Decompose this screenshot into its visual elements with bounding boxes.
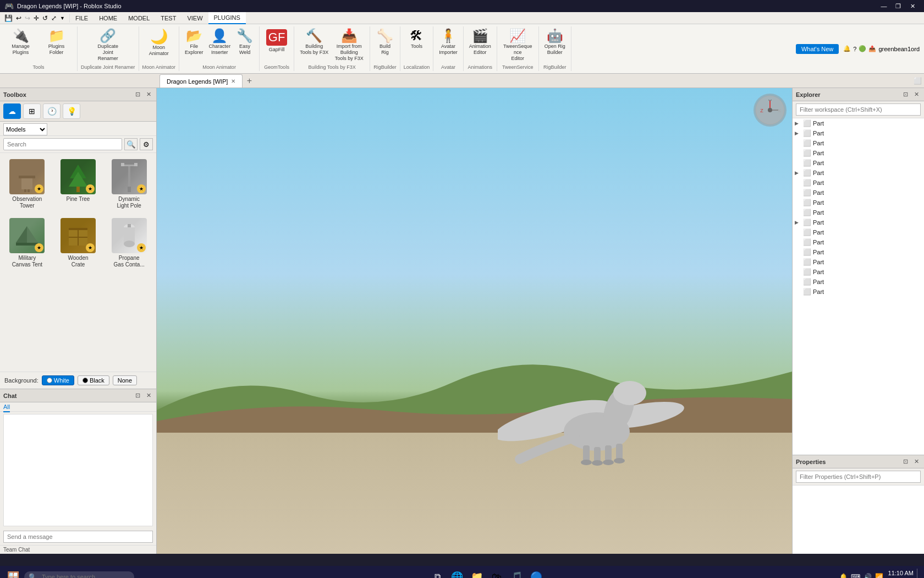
open-rig-btn[interactable]: 🤖 Open RigBuilder <box>542 28 568 57</box>
close-btn[interactable]: ✕ <box>905 0 920 12</box>
move-btn[interactable]: ✛ <box>32 14 40 23</box>
menu-plugins[interactable]: PLUGINS <box>208 12 246 24</box>
whats-new-btn[interactable]: What's New <box>796 44 839 54</box>
menu-view[interactable]: VIEW <box>182 12 208 24</box>
redo-btn[interactable]: ↪ <box>24 14 31 23</box>
avatar-importer-btn[interactable]: 🧍 AvatarImporter <box>437 28 460 57</box>
filter-btn[interactable]: ⚙ <box>140 138 153 150</box>
titlebar-controls: — ❐ ✕ <box>877 0 920 12</box>
properties-filter-input[interactable] <box>796 471 921 483</box>
tree-item-part-16[interactable]: ▶ ⬜ Part <box>793 267 924 277</box>
tab-dragon-legends[interactable]: Dragon Legends [WIP] ✕ <box>160 74 243 88</box>
toolbox-tab-recent[interactable]: 🕐 <box>43 103 61 119</box>
chat-close-btn[interactable]: ✕ <box>144 391 153 400</box>
tree-item-part-17[interactable]: ▶ ⬜ Part <box>793 277 924 287</box>
tree-item-part-8[interactable]: ▶ ⬜ Part <box>793 188 924 198</box>
minimize-btn[interactable]: — <box>877 0 891 12</box>
chat-detach-btn[interactable]: ⊡ <box>133 391 142 400</box>
toolbox-tab-grid[interactable]: ⊞ <box>23 103 41 119</box>
tree-item-part-3[interactable]: ▶ ⬜ Part <box>793 138 924 148</box>
save-quick-btn[interactable]: 💾 <box>3 14 14 23</box>
build-rig-btn[interactable]: 🦴 BuildRig <box>374 28 396 57</box>
taskbar-roblox-btn[interactable]: 🔵 <box>527 568 545 578</box>
taskbar-edge-btn[interactable]: 🌐 <box>448 568 466 578</box>
search-btn[interactable]: 🔍 <box>124 138 138 150</box>
explorer-filter-input[interactable] <box>796 103 921 116</box>
tree-item-part-2[interactable]: ▶ ⬜ Part <box>793 128 924 138</box>
menu-model[interactable]: MODEL <box>123 12 155 24</box>
model-item-crate[interactable]: ★ WoodenCrate <box>54 215 102 271</box>
explorer-detach-btn[interactable]: ⊡ <box>901 90 910 99</box>
toolbox-close-btn[interactable]: ✕ <box>144 90 153 99</box>
build-rig-icon: 🦴 <box>377 29 393 42</box>
model-item-obs-tower[interactable]: ★ ObservationTower <box>3 156 51 212</box>
file-explorer-btn[interactable]: 📂 FileExplorer <box>183 28 206 57</box>
tree-item-part-14[interactable]: ▶ ⬜ Part <box>793 247 924 257</box>
plugins-folder-btn[interactable]: 📁 Plugins Folder <box>39 28 74 57</box>
tween-editor-btn[interactable]: 📈 TweenSequenceEditor <box>501 28 535 63</box>
tree-item-part-9[interactable]: ▶ ⬜ Part <box>793 198 924 208</box>
bg-black-btn[interactable]: Black <box>78 375 109 385</box>
tree-item-part-11[interactable]: ▶ ⬜ Part <box>793 217 924 227</box>
scale-btn[interactable]: ⤢ <box>50 14 58 23</box>
tree-item-part-10[interactable]: ▶ ⬜ Part <box>793 208 924 217</box>
model-type-select[interactable]: Models Meshes Images Audio Plugins Anima… <box>3 123 47 135</box>
taskbar-show-desktop[interactable] <box>917 569 920 578</box>
search-input[interactable] <box>3 138 122 150</box>
bg-white-btn[interactable]: White <box>42 375 74 385</box>
maximize-btn[interactable]: ❐ <box>891 0 905 12</box>
char-inserter-btn[interactable]: 👤 CharacterInserter <box>207 28 233 57</box>
gapfill-btn[interactable]: GF GapFill <box>263 28 290 54</box>
toolbox-tab-favorites[interactable]: 💡 <box>63 103 80 119</box>
new-tab-btn[interactable]: + <box>243 74 256 88</box>
taskbar-clock[interactable]: 11:10 AM 6/26/2020 <box>887 569 914 578</box>
menu-home[interactable]: HOME <box>94 12 123 24</box>
manage-plugins-label: Manage Plugins <box>6 43 36 56</box>
viewport[interactable]: Y Z X <box>157 88 792 554</box>
tree-item-part-5[interactable]: ▶ ⬜ Part <box>793 158 924 168</box>
anim-editor-btn[interactable]: 🎬 AnimationEditor <box>467 28 493 57</box>
taskbar-spotify-btn[interactable]: 🎵 <box>508 568 525 578</box>
bg-none-btn[interactable]: None <box>113 375 137 385</box>
import-build-btn[interactable]: 📥 Import from BuildingTools by F3X <box>332 28 366 63</box>
tree-item-part-4[interactable]: ▶ ⬜ Part <box>793 148 924 158</box>
properties-detach-btn[interactable]: ⊡ <box>901 457 910 466</box>
model-item-tent[interactable]: ★ MilitaryCanvas Tent <box>3 215 51 271</box>
easy-weld-btn[interactable]: 🔧 EasyWeld <box>234 28 256 57</box>
loc-tools-btn[interactable]: 🛠 Tools <box>405 28 427 51</box>
toolbox-tab-marketplace[interactable]: ☁ <box>3 103 21 119</box>
start-btn[interactable]: 🪟 <box>4 568 22 578</box>
taskbar-search-input[interactable] <box>24 571 134 578</box>
taskbar-view-btn[interactable]: ⧉ <box>428 568 446 578</box>
viewport-maximize-btn[interactable]: ⬜ <box>911 74 924 88</box>
explorer-close-btn[interactable]: ✕ <box>912 90 921 99</box>
menu-file[interactable]: FILE <box>70 12 94 24</box>
menu-test[interactable]: TEST <box>155 12 182 24</box>
dup-joint-btn[interactable]: 🔗 DuplicateJoint Renamer <box>91 28 125 63</box>
toolbox-detach-btn[interactable]: ⊡ <box>133 90 142 99</box>
taskbar-store-btn[interactable]: 🛍 <box>488 568 505 578</box>
manage-plugins-btn[interactable]: 🔌 Manage Plugins <box>3 28 38 57</box>
moon-animator-btn[interactable]: 🌙 MoonAnimator <box>147 28 171 58</box>
tree-item-part-13[interactable]: ▶ ⬜ Part <box>793 237 924 247</box>
tree-item-part-15[interactable]: ▶ ⬜ Part <box>793 257 924 267</box>
qa-dropdown-btn[interactable]: ▼ <box>59 15 66 21</box>
model-item-pine-tree[interactable]: ★ Pine Tree <box>54 156 102 212</box>
light-pole-label: DynamicLight Pole <box>117 196 141 209</box>
tree-item-part-7[interactable]: ▶ ⬜ Part <box>793 178 924 188</box>
tree-item-part-12[interactable]: ▶ ⬜ Part <box>793 227 924 237</box>
tree-item-part-18[interactable]: ▶ ⬜ Part <box>793 287 924 297</box>
taskbar-explorer-btn[interactable]: 📁 <box>468 568 486 578</box>
tree-item-part-1[interactable]: ▶ ⬜ Part <box>793 118 924 128</box>
chat-input[interactable] <box>3 531 153 543</box>
rotate-btn[interactable]: ↺ <box>41 14 49 23</box>
build-tools-btn[interactable]: 🔨 BuildingTools by F3X <box>298 28 331 57</box>
tree-item-part-6[interactable]: ▶ ⬜ Part <box>793 168 924 178</box>
chat-tab-all[interactable]: All <box>3 403 10 412</box>
undo-btn[interactable]: ↩ <box>15 14 23 23</box>
properties-close-btn[interactable]: ✕ <box>912 457 921 466</box>
model-item-propane[interactable]: ★ PropaneGas Conta... <box>105 215 153 271</box>
model-item-light-pole[interactable]: ★ DynamicLight Pole <box>105 156 153 212</box>
tab-close-btn[interactable]: ✕ <box>231 78 235 84</box>
plugins-folder-label: Plugins Folder <box>41 43 72 56</box>
